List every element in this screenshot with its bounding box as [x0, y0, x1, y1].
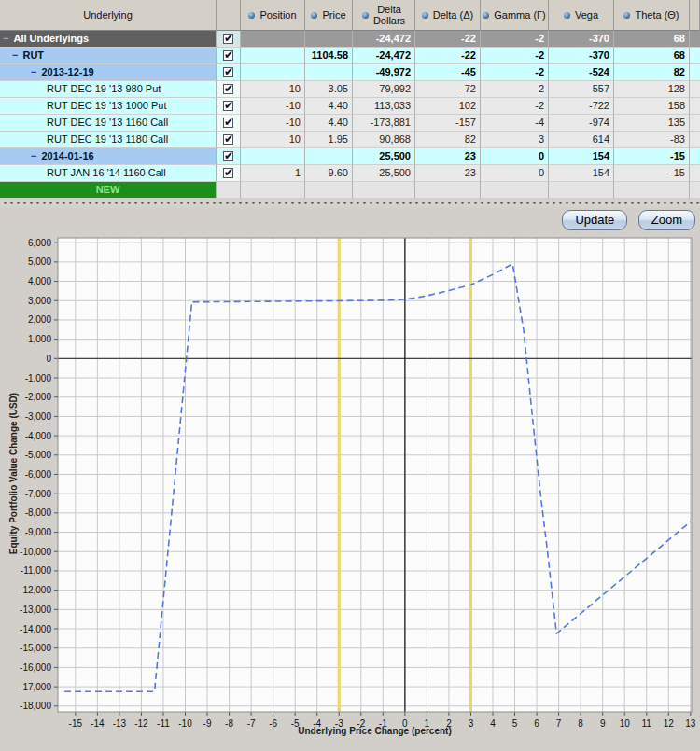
row-checkbox[interactable]: [223, 168, 233, 178]
cell-delta_dollars: 25,500: [353, 148, 415, 165]
cell-price: [305, 31, 353, 48]
cell-gamma: -2: [481, 31, 549, 48]
underlying-label: −RUT: [0, 48, 217, 64]
row-checkbox[interactable]: [223, 50, 233, 61]
row-checkbox[interactable]: [223, 118, 233, 128]
checkbox-cell: [217, 48, 241, 64]
cell-gamma: 2: [481, 81, 549, 98]
column-header-position[interactable]: Position: [241, 0, 305, 31]
collapse-icon[interactable]: −: [31, 150, 36, 161]
cell-position: -10: [241, 115, 305, 132]
cell-price: 4.40: [305, 98, 353, 115]
row-checkbox[interactable]: [223, 101, 233, 111]
cell-delta: -45: [415, 64, 481, 81]
column-header-theta[interactable]: Theta (Θ): [614, 0, 690, 31]
cell-theta: -15: [614, 148, 690, 165]
y-tick-label: 0: [46, 354, 51, 364]
cell-position: [241, 148, 305, 165]
sort-bullet-icon[interactable]: [483, 12, 489, 19]
cell-price: 1104.58: [305, 48, 353, 64]
sort-bullet-icon[interactable]: [362, 12, 369, 19]
y-tick-label: 2,000: [28, 314, 51, 325]
y-tick-label: -9,000: [25, 527, 52, 537]
new-position-button[interactable]: NEW: [0, 182, 217, 199]
y-tick-label: -3,000: [25, 411, 52, 422]
y-tick-label: -8,000: [25, 508, 52, 518]
row-label-text: 2013-12-19: [41, 66, 93, 77]
column-header-blank: [217, 0, 241, 31]
plot-area[interactable]: [58, 238, 692, 712]
y-tick-label: -5,000: [25, 450, 52, 460]
checkbox-cell: [217, 115, 241, 132]
column-header-label: Position: [259, 9, 296, 21]
y-tick-label: 6,000: [28, 238, 51, 248]
checkbox-cell: [217, 165, 241, 182]
cell-delta_dollars: -24,472: [353, 48, 415, 64]
cell-gamma: 0: [481, 148, 549, 165]
cell-position: 10: [241, 132, 305, 148]
column-header-gamma[interactable]: Gamma (Γ): [481, 0, 549, 31]
row-label-text: RUT DEC 19 '13 1000 Put: [47, 100, 166, 111]
cell-gamma: 3: [481, 132, 549, 148]
cell-gamma: -2: [481, 64, 549, 81]
filler-cell: [690, 64, 700, 81]
sort-bullet-icon[interactable]: [311, 12, 317, 19]
dotted-separator: [0, 199, 700, 207]
filler-cell: [690, 81, 700, 98]
table-row-2013-12-19: −2013-12-19-49,972-45-2-52482: [0, 64, 700, 81]
collapse-icon[interactable]: −: [31, 66, 36, 77]
column-header-delta_dollars[interactable]: Delta Dollars: [353, 0, 415, 31]
row-label-text: RUT DEC 19 '13 980 Put: [47, 83, 161, 94]
collapse-icon[interactable]: −: [12, 49, 18, 61]
cell-vega: -722: [549, 98, 614, 115]
sort-bullet-icon[interactable]: [623, 12, 630, 19]
cell-price: 1.95: [305, 132, 353, 148]
y-axis-title: Equity Portfolio Value Change (USD): [8, 237, 19, 711]
column-header-price[interactable]: Price: [305, 0, 353, 31]
cell-gamma: -2: [481, 98, 549, 115]
cell-price: [305, 148, 353, 165]
sort-bullet-icon[interactable]: [422, 12, 428, 19]
sort-bullet-icon[interactable]: [248, 12, 255, 19]
cell-theta: [614, 182, 690, 199]
column-header-label: Delta (Δ): [433, 9, 473, 21]
row-checkbox[interactable]: [223, 151, 233, 161]
zoom-button[interactable]: Zoom: [638, 210, 695, 230]
table-row-rut: −RUT1104.58-24,472-22-2-37068: [0, 48, 700, 64]
underlying-label: RUT DEC 19 '13 1180 Call: [0, 132, 217, 148]
underlying-label: −2013-12-19: [0, 64, 217, 81]
cell-theta: 68: [614, 48, 690, 64]
row-checkbox[interactable]: [223, 134, 233, 145]
column-header-delta[interactable]: Delta (Δ): [415, 0, 481, 31]
cell-vega: 154: [549, 165, 614, 182]
sort-bullet-icon[interactable]: [564, 12, 570, 19]
cell-theta: -83: [614, 132, 690, 148]
update-button[interactable]: Update: [562, 210, 627, 230]
y-tick-label: -17,000: [20, 682, 51, 692]
table-row-rut-jan-16-14-1160-call: RUT JAN 16 '14 1160 Call19.6025,50023015…: [0, 165, 700, 182]
cell-delta_dollars: -24,472: [353, 31, 415, 48]
column-header-underlying[interactable]: Underlying: [0, 0, 217, 31]
row-checkbox[interactable]: [223, 84, 233, 94]
cell-theta: 158: [614, 98, 690, 115]
collapse-icon[interactable]: −: [3, 33, 8, 44]
checkbox-cell: [217, 64, 241, 81]
y-tick-label: -10,000: [20, 547, 51, 557]
column-header-vega[interactable]: Vega: [549, 0, 614, 31]
underlying-label: −All Underlyings: [0, 31, 217, 48]
risk-chart-panel: Update Zoom 6,0005,0004,0003,0002,0001,0…: [0, 207, 700, 751]
cell-delta_dollars: 113,033: [353, 98, 415, 115]
table-row-new: NEW: [0, 182, 700, 199]
y-tick-label: -11,000: [21, 565, 52, 576]
row-checkbox[interactable]: [223, 67, 233, 77]
underlying-label: RUT DEC 19 '13 1160 Call: [0, 115, 217, 132]
row-label-text: 2014-01-16: [41, 150, 93, 161]
row-checkbox[interactable]: [223, 34, 233, 44]
table-row-rut-dec-19-13-1000-put: RUT DEC 19 '13 1000 Put-104.40113,033102…: [0, 98, 700, 115]
cell-delta_dollars: 25,500: [353, 165, 415, 182]
table-row-2014-01-16: −2014-01-1625,500230154-15: [0, 148, 700, 165]
chart-button-bar: Update Zoom: [555, 210, 695, 230]
cell-delta: -22: [415, 31, 481, 48]
cell-gamma: -4: [481, 115, 549, 132]
cell-delta: 102: [415, 98, 481, 115]
